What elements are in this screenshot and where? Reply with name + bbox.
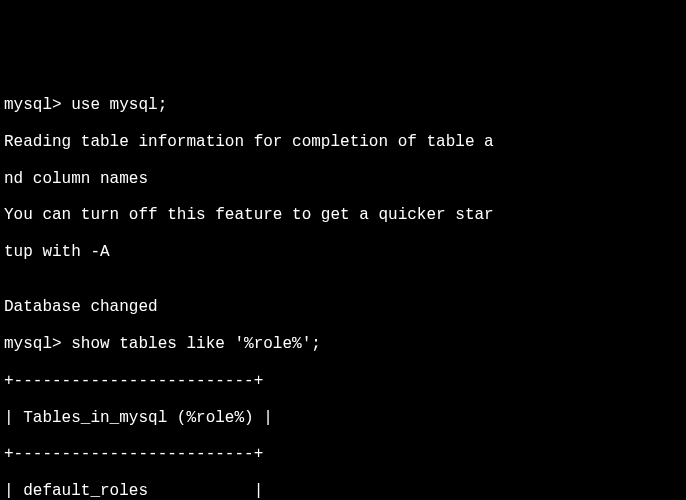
- terminal-line: mysql> show tables like '%role%';: [4, 335, 682, 353]
- terminal-line: Database changed: [4, 298, 682, 316]
- terminal-output[interactable]: mysql> use mysql; Reading table informat…: [4, 78, 682, 500]
- terminal-line: tup with -A: [4, 243, 682, 261]
- terminal-line: +-------------------------+: [4, 445, 682, 463]
- terminal-line: +-------------------------+: [4, 372, 682, 390]
- terminal-line: | Tables_in_mysql (%role%) |: [4, 409, 682, 427]
- terminal-line: | default_roles |: [4, 482, 682, 500]
- terminal-line: Reading table information for completion…: [4, 133, 682, 151]
- terminal-line: nd column names: [4, 170, 682, 188]
- terminal-line: You can turn off this feature to get a q…: [4, 206, 682, 224]
- terminal-line: mysql> use mysql;: [4, 96, 682, 114]
